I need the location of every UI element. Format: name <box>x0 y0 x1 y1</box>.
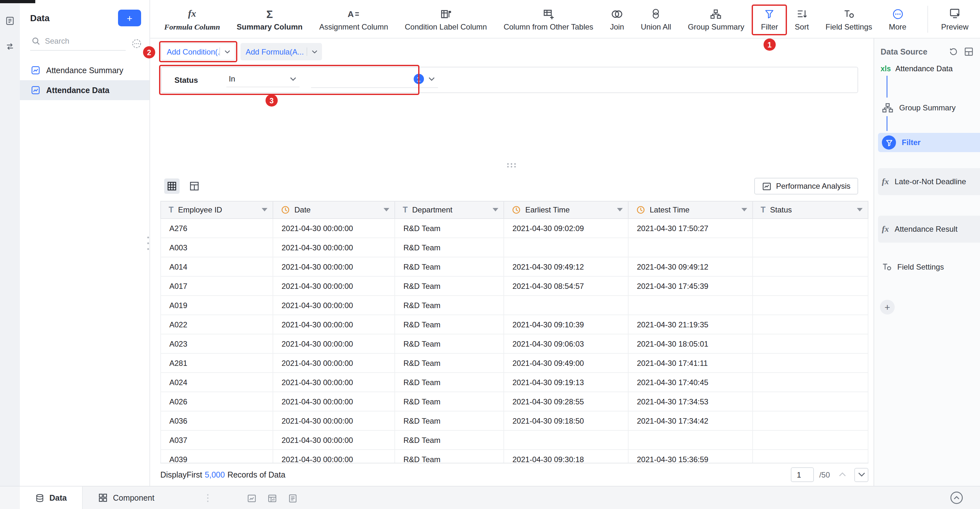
toolbar-item-join[interactable]: Join <box>606 6 628 33</box>
note-shortcut-icon[interactable] <box>288 493 298 503</box>
table-row: A0242021-04-30 00:00:00R&D Team2021-04-3… <box>160 373 869 392</box>
table-cell: 2021-04-30 00:00:00 <box>273 373 395 391</box>
toolbar-item-preview[interactable]: Preview <box>928 5 976 32</box>
search-box[interactable] <box>30 37 126 51</box>
sidebar-item-attendance-summary[interactable]: Attendance Summary <box>20 60 150 80</box>
column-header-department[interactable]: TDepartment <box>395 201 504 218</box>
table-cell <box>504 238 628 257</box>
column-dropdown-icon[interactable] <box>741 208 747 212</box>
sigma-icon: Σ <box>266 8 273 21</box>
pipeline-step-group-summary[interactable]: Group Summary <box>878 100 980 115</box>
column-header-date[interactable]: Date <box>273 201 395 218</box>
component-icon <box>98 493 108 503</box>
add-step-button[interactable]: + <box>880 300 895 314</box>
form-panel-icon[interactable] <box>5 15 15 26</box>
toolbar-item-filter[interactable]: Filter1 <box>757 6 782 33</box>
toolbar-item-condition-label-column[interactable]: Condition Label Column <box>401 6 491 33</box>
datetime-type-icon <box>636 206 645 214</box>
column-header-earliest-time[interactable]: Earliest Time <box>504 201 628 218</box>
sidebar-list: Attendance SummaryAttendance Data <box>20 60 150 100</box>
table-cell: 2021-04-30 09:28:55 <box>504 392 628 411</box>
table-cell: 2021-04-30 00:00:00 <box>273 334 395 353</box>
table-row: A0262021-04-30 00:00:00R&D Team2021-04-3… <box>160 392 869 412</box>
table-cell: 2021-04-30 17:45:39 <box>628 277 753 295</box>
toolbar-item-assignment-column[interactable]: AAssignment Column <box>315 6 392 33</box>
bottom-tab-data[interactable]: Data <box>20 487 83 509</box>
toolbar-item-formula-column[interactable]: fxFormula Column <box>160 5 224 33</box>
column-dropdown-icon[interactable] <box>617 208 623 212</box>
table-cell: R&D Team <box>395 219 504 238</box>
performance-analysis-button[interactable]: Performance Analysis <box>754 178 858 195</box>
layout-icon[interactable] <box>964 47 974 56</box>
sidebar-title: Data <box>30 13 50 23</box>
fx-icon: fx <box>188 7 196 20</box>
sidebar-item-attendance-data[interactable]: Attendance Data <box>20 80 150 100</box>
form-view-toggle[interactable] <box>187 179 202 194</box>
pipeline-step-late-or-not-deadline[interactable]: fxLate-or-Not Deadline <box>878 168 980 195</box>
table-cell <box>753 412 869 430</box>
table-cell: 2021-04-30 15:36:59 <box>628 450 753 463</box>
field-settings-icon <box>882 263 891 271</box>
column-dropdown-icon[interactable] <box>383 208 389 212</box>
table-plus-icon <box>542 7 554 21</box>
column-dropdown-icon[interactable] <box>262 208 267 212</box>
table-cell: 2021-04-30 00:00:00 <box>273 392 395 411</box>
page-input[interactable] <box>791 467 814 482</box>
table-shortcut-icon[interactable] <box>267 493 277 503</box>
sidebar-resize-handle[interactable] <box>146 235 150 252</box>
condition-operator-select[interactable]: In <box>226 73 299 87</box>
page-down-button[interactable] <box>854 468 869 482</box>
filter-icon <box>882 136 896 150</box>
fx-icon: fx <box>882 224 889 234</box>
data-sidebar: Data + Attendance SummaryAttendance Data <box>20 0 150 486</box>
table-row: A0222021-04-30 00:00:00R&D Team2021-04-3… <box>160 315 869 334</box>
pipeline-step-filter[interactable]: Filter <box>878 133 980 152</box>
preview-icon <box>949 7 961 20</box>
table-cell: 2021-04-30 00:00:00 <box>273 315 395 334</box>
condition-value-select[interactable]: 1 <box>311 72 438 88</box>
toolbar-item-column-from-other-tables[interactable]: Column from Other Tables <box>500 6 597 33</box>
add-table-button[interactable]: + <box>118 10 141 26</box>
data-flow-panel-icon[interactable] <box>5 41 15 51</box>
add-condition-button[interactable]: Add Condition(... 2 <box>161 43 235 60</box>
table-row: A0032021-04-30 00:00:00R&D Team <box>160 238 869 257</box>
toolbar-item-summary-column[interactable]: ΣSummary Column <box>233 6 306 32</box>
add-formula-button[interactable]: Add Formula(A... <box>240 43 322 60</box>
table-cell: 2021-04-30 00:00:00 <box>273 277 395 295</box>
collapse-panel-button[interactable] <box>950 491 963 504</box>
column-header-employee-id[interactable]: TEmployee ID <box>160 201 273 218</box>
pipeline-step-field-settings[interactable]: Field Settings <box>878 259 980 275</box>
column-dropdown-icon[interactable] <box>493 208 498 212</box>
annotation-badge-1: 1 <box>764 38 776 51</box>
table-cell: 2021-04-30 09:49:00 <box>504 354 628 372</box>
table-cell: 2021-04-30 00:00:00 <box>273 238 395 257</box>
more-options-icon[interactable] <box>132 38 142 49</box>
source-table-item[interactable]: xls Attendance Data <box>881 64 953 73</box>
chart-preview-icon <box>762 181 772 191</box>
table-cell <box>753 277 869 295</box>
split-drag-handle[interactable] <box>507 163 516 168</box>
chevron-down-icon <box>307 50 322 54</box>
bottom-tab-component[interactable]: Component <box>83 487 170 509</box>
pipeline-step-attendance-result[interactable]: fxAttendance Result <box>878 215 980 243</box>
table-row: A2762021-04-30 00:00:00R&D Team2021-04-3… <box>160 219 869 238</box>
toolbar-item-group-summary[interactable]: Group Summary <box>684 6 748 33</box>
union-icon <box>651 7 661 21</box>
grid-view-toggle[interactable] <box>164 179 180 194</box>
column-header-status[interactable]: TStatus <box>753 201 869 218</box>
column-dropdown-icon[interactable] <box>857 208 862 212</box>
search-input[interactable] <box>45 37 124 46</box>
chart-shortcut-icon[interactable] <box>247 493 256 503</box>
chart-file-icon <box>31 65 40 75</box>
history-icon[interactable] <box>948 47 958 56</box>
table-cell: 2021-04-30 00:00:00 <box>273 219 395 238</box>
toolbar-item-more[interactable]: More <box>885 6 910 33</box>
toolbar-item-field-settings[interactable]: Field Settings <box>822 6 876 33</box>
column-header-latest-time[interactable]: Latest Time <box>628 201 753 218</box>
filter-condition-row: Status In 1 <box>161 67 858 93</box>
table-cell: 2021-04-30 09:49:12 <box>504 257 628 276</box>
toolbar-item-union-all[interactable]: Union All <box>637 6 675 33</box>
table-cell: 2021-04-30 00:00:00 <box>273 296 395 314</box>
toolbar-item-sort[interactable]: Sort <box>791 6 813 33</box>
page-up-button[interactable] <box>835 468 849 482</box>
